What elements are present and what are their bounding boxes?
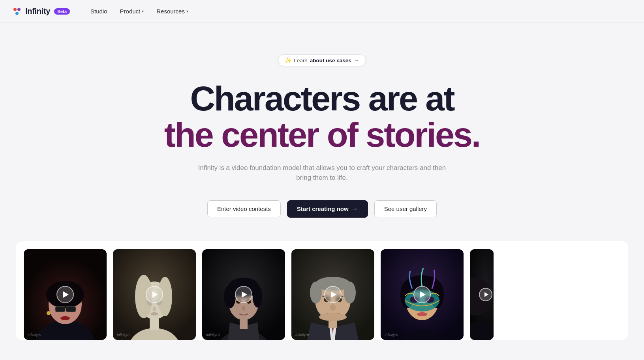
logo-group[interactable]: Infinity Beta — [13, 7, 70, 16]
video-card-1[interactable]: InfinityAI — [24, 249, 107, 340]
watermark-1: InfinityAI — [28, 333, 41, 337]
nav-studio-label: Studio — [90, 8, 107, 15]
product-chevron-icon: ▾ — [142, 9, 144, 13]
nav-studio[interactable]: Studio — [86, 6, 112, 17]
nav-links: Studio Product ▾ Resources ▾ — [86, 6, 631, 17]
video-card-4[interactable]: InfinityAI — [291, 249, 374, 340]
nav-product-label: Product — [120, 8, 141, 15]
hero-title-line2: the center of stories. — [164, 117, 480, 153]
nav-product[interactable]: Product ▾ — [115, 6, 149, 17]
gallery-container: InfinityAI — [16, 241, 628, 340]
svg-point-31 — [242, 306, 245, 311]
gallery-scroll: InfinityAI — [24, 249, 620, 340]
svg-point-0 — [13, 8, 17, 11]
video-card-5[interactable]: InfinityAI — [381, 249, 464, 340]
watermark-4: InfinityAI — [295, 333, 309, 337]
brand-name: Infinity — [25, 7, 50, 16]
svg-point-36 — [310, 282, 322, 304]
watermark-3: InfinityAI — [206, 333, 220, 337]
play-button-2[interactable] — [146, 286, 163, 303]
logo-icon — [13, 7, 21, 16]
hero-subtitle: Infinity is a video foundation model tha… — [196, 163, 449, 183]
play-triangle-icon-2 — [152, 291, 158, 298]
play-triangle-icon-4 — [331, 291, 336, 298]
play-button-4[interactable] — [324, 286, 342, 303]
svg-point-40 — [330, 304, 336, 311]
play-button-6[interactable] — [479, 288, 492, 301]
play-button-3[interactable] — [235, 286, 252, 303]
svg-rect-7 — [55, 306, 65, 312]
nav-resources-label: Resources — [156, 8, 185, 15]
enter-contests-button[interactable]: Enter video contests — [207, 200, 281, 217]
use-cases-pill[interactable]: ✨ Learn about use cases → — [278, 54, 366, 66]
svg-point-10 — [60, 316, 70, 320]
svg-point-51 — [417, 312, 427, 316]
svg-point-21 — [150, 312, 158, 315]
svg-point-41 — [319, 313, 347, 321]
svg-point-28 — [253, 285, 262, 308]
start-creating-button[interactable]: Start creating now → — [287, 200, 368, 218]
svg-point-2 — [15, 12, 19, 15]
video-card-3[interactable]: InfinityAI — [202, 249, 285, 340]
svg-rect-17 — [150, 318, 159, 330]
video-card-6[interactable] — [470, 249, 494, 340]
hero-title-line1: Characters are at — [164, 80, 480, 117]
video-card-2[interactable]: InfinityAI — [113, 249, 196, 340]
watermark-2: InfinityAI — [117, 333, 131, 337]
watermark-5: InfinityAI — [385, 333, 398, 337]
gallery-section: InfinityAI — [0, 241, 644, 340]
hero-title: Characters are at the center of stories. — [164, 80, 480, 153]
play-triangle-icon-3 — [242, 291, 247, 298]
svg-point-11 — [47, 311, 51, 315]
play-button-1[interactable] — [56, 286, 74, 303]
svg-rect-8 — [66, 306, 76, 312]
sparkle-icon: ✨ — [285, 57, 291, 63]
navbar: Infinity Beta Studio Product ▾ Resources… — [0, 0, 644, 23]
svg-point-1 — [17, 8, 21, 11]
svg-point-20 — [153, 307, 156, 312]
hero-section: ✨ Learn about use cases → Characters are… — [0, 23, 644, 241]
play-triangle-icon-1 — [63, 291, 69, 298]
pill-highlight: about use cases — [310, 58, 351, 63]
resources-chevron-icon: ▾ — [186, 9, 188, 13]
hero-buttons: Enter video contests Start creating now … — [207, 200, 437, 218]
play-triangle-icon-6 — [484, 292, 488, 297]
pill-arrow: → — [354, 57, 359, 63]
play-button-5[interactable] — [413, 286, 431, 303]
start-arrow-icon: → — [352, 205, 358, 213]
nav-resources[interactable]: Resources ▾ — [152, 6, 193, 17]
svg-point-27 — [224, 285, 236, 308]
svg-point-37 — [344, 282, 356, 304]
play-triangle-icon-5 — [420, 291, 426, 298]
beta-badge: Beta — [54, 8, 70, 15]
start-creating-label: Start creating now — [297, 205, 349, 212]
see-gallery-button[interactable]: See user gallery — [374, 200, 437, 217]
pill-prefix: Learn — [294, 58, 308, 63]
